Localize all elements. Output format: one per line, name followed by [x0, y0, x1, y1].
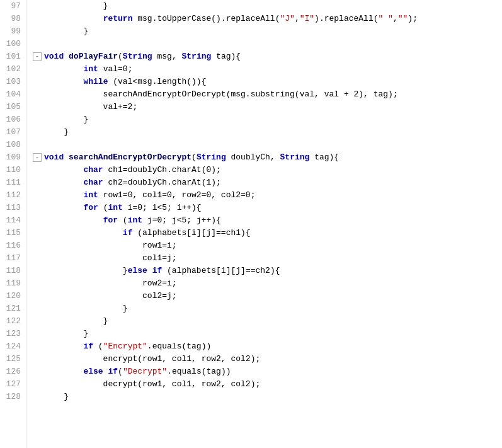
line-number: 115: [3, 227, 21, 239]
token-plain: [44, 228, 123, 238]
code-content: encrypt(row1, col1, row2, col2);: [44, 353, 502, 365]
token-kw: if: [152, 266, 163, 275]
token-kw: int: [83, 190, 98, 200]
token-plain: [44, 215, 103, 225]
token-plain: (alphabets[i][j]==ch1){: [132, 228, 250, 238]
token-plain: (: [93, 342, 103, 351]
token-plain: [64, 152, 69, 162]
token-plain: }: [44, 392, 69, 401]
code-line: else if("Decrypt".equals(tag)): [31, 365, 502, 378]
code-line: if (alphabets[i][j]==ch1){: [31, 227, 502, 239]
code-content: }: [44, 391, 502, 403]
token-kw: while: [83, 77, 108, 86]
token-plain: tag){: [309, 152, 339, 162]
gutter[interactable]: -: [31, 151, 44, 164]
line-number: 116: [3, 239, 21, 252]
code-content: }: [44, 126, 502, 139]
code-content: char ch2=doublyCh.charAt(1);: [44, 176, 502, 189]
code-line: int val=0;: [31, 63, 502, 76]
token-kw: for: [83, 203, 98, 212]
code-content: for (int i=0; i<5; i++){: [44, 202, 502, 214]
token-plain: val+=2;: [44, 102, 137, 112]
token-str: " ": [379, 14, 393, 23]
token-plain: (: [118, 52, 123, 61]
line-number: 119: [3, 277, 21, 290]
code-line: row1=i;: [31, 239, 502, 252]
token-plain: ).replaceAll(: [314, 14, 378, 23]
token-type: String: [197, 152, 226, 162]
code-content: void searchAndEncryptOrDecrypt(String do…: [44, 151, 502, 164]
token-plain: row1=i;: [44, 241, 177, 250]
fold-icon[interactable]: -: [33, 52, 42, 61]
line-number: 102: [3, 63, 21, 76]
code-content: row2=i;: [44, 277, 502, 290]
token-kw: char: [83, 165, 103, 175]
token-plain: col2=j;: [44, 291, 177, 301]
token-plain: [147, 266, 152, 275]
line-number: 128: [3, 391, 21, 403]
token-plain: }: [44, 127, 69, 137]
token-str: "Encrypt": [103, 342, 147, 351]
code-content: else if("Decrypt".equals(tag)): [44, 365, 502, 378]
token-kw: int: [128, 215, 142, 225]
token-kw: int: [83, 64, 98, 74]
token-plain: searchAndEncryptOrDecrypt(msg.substring(…: [44, 89, 398, 99]
line-number: 101: [3, 50, 21, 63]
token-type: String: [181, 52, 211, 61]
code-content: if ("Encrypt".equals(tag)): [44, 340, 502, 353]
code-line: }: [31, 302, 502, 315]
token-kw: else: [128, 266, 147, 275]
code-content: }: [44, 25, 502, 38]
token-plain: }: [44, 26, 88, 36]
code-line: return msg.toUpperCase().replaceAll("J",…: [31, 13, 502, 25]
fold-icon[interactable]: -: [33, 153, 42, 162]
line-number: 118: [3, 265, 21, 277]
code-content: }: [44, 315, 502, 328]
line-number: 127: [3, 378, 21, 391]
code-line: row2=i;: [31, 277, 502, 290]
line-number: 124: [3, 340, 21, 353]
token-plain: [44, 64, 83, 74]
code-line: col2=j;: [31, 290, 502, 302]
code-content: while (val<msg.length()){: [44, 76, 502, 88]
token-plain: j=0; j<5; j++){: [142, 215, 221, 225]
line-number: 97: [3, 0, 21, 13]
token-plain: col1=j;: [44, 253, 177, 263]
code-line: }: [31, 25, 502, 38]
token-kw: return: [103, 14, 133, 23]
code-line: searchAndEncryptOrDecrypt(msg.substring(…: [31, 88, 502, 101]
token-kw: char: [83, 178, 103, 187]
token-str: "": [398, 14, 408, 23]
token-plain: msg,: [152, 52, 182, 61]
token-str: "J": [280, 14, 294, 23]
line-number: 104: [3, 88, 21, 101]
line-number: 112: [3, 189, 21, 202]
token-kw: else: [83, 367, 103, 376]
code-area[interactable]: } return msg.toUpperCase().replaceAll("J…: [26, 0, 502, 448]
line-number: 105: [3, 101, 21, 113]
line-number: 126: [3, 365, 21, 378]
token-plain: doublyCh,: [226, 152, 280, 162]
token-plain: (alphabets[i][j]==ch2){: [162, 266, 280, 275]
token-plain: ,: [295, 14, 300, 23]
code-content: }: [44, 113, 502, 126]
gutter[interactable]: -: [31, 50, 44, 63]
code-content: return msg.toUpperCase().replaceAll("J",…: [44, 13, 502, 25]
code-line: }: [31, 391, 502, 403]
token-plain: (: [118, 215, 128, 225]
token-kw: void: [44, 152, 64, 162]
code-content: int row1=0, col1=0, row2=0, col2=0;: [44, 189, 502, 202]
token-plain: [44, 77, 83, 86]
code-content: col2=j;: [44, 290, 502, 302]
code-line: [31, 139, 502, 151]
token-kw: void: [44, 52, 64, 61]
token-plain: i=0; i<5; i++){: [123, 203, 202, 212]
token-plain: }: [44, 329, 88, 338]
token-plain: row2=i;: [44, 279, 177, 288]
code-content: if (alphabets[i][j]==ch1){: [44, 227, 502, 239]
token-plain: (: [191, 152, 197, 162]
line-number: 110: [3, 164, 21, 176]
line-number: 125: [3, 353, 21, 365]
token-type: String: [123, 52, 152, 61]
token-plain: [44, 165, 83, 175]
